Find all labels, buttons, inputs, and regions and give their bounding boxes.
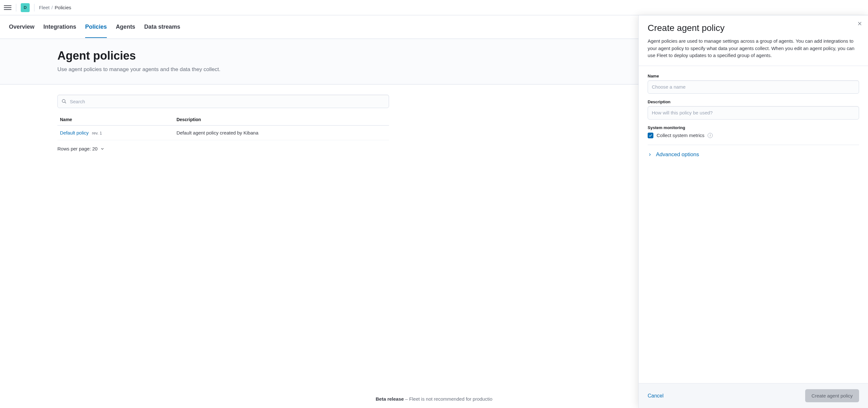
policy-description-cell: Default agent policy created by Kibana xyxy=(174,126,389,140)
table-row[interactable]: Default policy rev. 1 Default agent poli… xyxy=(57,126,389,140)
policy-description-input[interactable] xyxy=(648,106,859,120)
breadcrumb-current: Policies xyxy=(55,5,71,10)
check-icon xyxy=(649,133,652,137)
collect-metrics-checkbox[interactable] xyxy=(648,133,653,138)
flyout-description: Agent policies are used to manage settin… xyxy=(648,38,859,59)
tab-overview[interactable]: Overview xyxy=(9,16,34,38)
global-header: D Fleet / Policies xyxy=(0,0,868,15)
header-divider xyxy=(34,4,34,11)
svg-point-0 xyxy=(62,99,65,102)
info-icon[interactable]: i xyxy=(708,133,713,138)
tab-integrations[interactable]: Integrations xyxy=(43,16,76,38)
page-title: Agent policies xyxy=(57,49,389,62)
policy-revision: rev. 1 xyxy=(92,131,102,135)
advanced-options-toggle[interactable]: Advanced options xyxy=(648,151,859,152)
advanced-options-label: Advanced options xyxy=(656,151,699,152)
app-badge[interactable]: D xyxy=(21,3,30,12)
header-divider xyxy=(16,4,16,11)
chevron-down-icon xyxy=(100,147,104,151)
collect-metrics-label: Collect system metrics xyxy=(657,133,705,138)
page-subtitle: Use agent policies to manage your agents… xyxy=(57,66,389,73)
app-initial: D xyxy=(24,5,27,10)
column-header-name[interactable]: Name xyxy=(57,114,174,126)
policies-table: Name Description Default policy rev. 1 D… xyxy=(57,114,389,140)
breadcrumb: Fleet / Policies xyxy=(39,5,71,10)
content-area: Name Description Default policy rev. 1 D… xyxy=(0,85,446,151)
search-input[interactable] xyxy=(70,99,385,104)
flyout-header: Create agent policy Agent policies are u… xyxy=(639,15,868,66)
search-icon xyxy=(62,99,67,104)
menu-toggle-button[interactable] xyxy=(4,4,11,11)
name-field-label: Name xyxy=(648,74,859,79)
system-monitoring-label: System monitoring xyxy=(648,125,859,130)
flyout-title: Create agent policy xyxy=(648,23,859,33)
policy-name-link[interactable]: Default policy xyxy=(60,130,89,135)
svg-line-1 xyxy=(65,102,66,103)
create-policy-flyout: Create agent policy Agent policies are u… xyxy=(639,15,868,151)
policy-name-input[interactable] xyxy=(648,80,859,94)
search-field-wrap[interactable] xyxy=(57,95,389,108)
rows-per-page-label: Rows per page: 20 xyxy=(57,146,98,151)
column-header-description[interactable]: Description xyxy=(174,114,389,126)
tab-data-streams[interactable]: Data streams xyxy=(144,16,180,38)
flyout-close-button[interactable] xyxy=(857,21,862,27)
close-icon xyxy=(857,21,862,26)
breadcrumb-parent[interactable]: Fleet xyxy=(39,5,50,10)
breadcrumb-separator: / xyxy=(51,5,53,10)
flyout-body: Name Description System monitoring Colle… xyxy=(639,66,868,152)
description-field-label: Description xyxy=(648,99,859,104)
rows-per-page-selector[interactable]: Rows per page: 20 xyxy=(57,146,389,151)
tab-policies[interactable]: Policies xyxy=(85,16,107,38)
tab-agents[interactable]: Agents xyxy=(116,16,135,38)
